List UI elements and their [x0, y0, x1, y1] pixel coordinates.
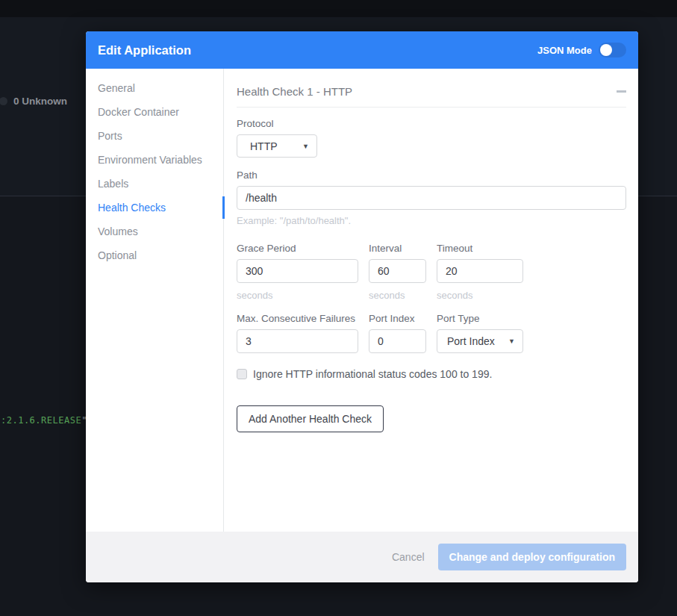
- modal-footer: Cancel Change and deploy configuration: [86, 532, 638, 582]
- sidebar-item-general[interactable]: General: [86, 76, 223, 100]
- sidebar-item-health-checks[interactable]: Health Checks: [86, 196, 223, 220]
- interval-input[interactable]: [369, 259, 426, 283]
- modal-sidebar: General Docker Container Ports Environme…: [86, 69, 224, 532]
- path-input[interactable]: [237, 186, 626, 210]
- sidebar-item-ports[interactable]: Ports: [86, 124, 223, 148]
- unknown-status-count: 0 Unknown: [13, 96, 67, 107]
- json-mode-label: JSON Mode: [537, 45, 592, 56]
- port-index-input[interactable]: [369, 329, 426, 353]
- max-failures-input[interactable]: [237, 329, 358, 353]
- port-type-label: Port Type: [437, 313, 523, 324]
- protocol-select-value: HTTP: [250, 140, 278, 152]
- code-release-token: :2.1.6.RELEASE: [1, 415, 81, 426]
- interval-help: seconds: [369, 290, 426, 301]
- max-failures-group: Max. Consecutive Failures: [237, 313, 358, 353]
- json-mode-toggle[interactable]: [599, 43, 626, 57]
- modal-title: Edit Application: [98, 43, 191, 57]
- timeout-help: seconds: [437, 290, 523, 301]
- background-top-strip: [0, 0, 677, 17]
- ignore-http-checkbox[interactable]: [237, 369, 247, 379]
- grace-period-group: Grace Period seconds: [237, 243, 358, 301]
- ignore-http-checkbox-row: Ignore HTTP informational status codes 1…: [237, 368, 626, 380]
- sidebar-item-environment-variables[interactable]: Environment Variables: [86, 148, 223, 172]
- port-fields-row: Max. Consecutive Failures Port Index Por…: [237, 313, 626, 353]
- collapse-minus-icon[interactable]: [617, 90, 626, 93]
- protocol-field-group: Protocol HTTP ▼: [237, 118, 626, 158]
- sidebar-item-labels[interactable]: Labels: [86, 172, 223, 196]
- grace-period-input[interactable]: [237, 259, 358, 283]
- protocol-label: Protocol: [237, 118, 626, 129]
- modal-header: Edit Application JSON Mode: [86, 31, 638, 69]
- interval-group: Interval seconds: [369, 243, 426, 301]
- grace-period-label: Grace Period: [237, 243, 358, 254]
- chevron-down-icon: ▼: [508, 337, 515, 345]
- timeout-input[interactable]: [437, 259, 523, 283]
- grace-period-help: seconds: [237, 290, 358, 301]
- port-type-select[interactable]: Port Index ▼: [437, 329, 523, 353]
- path-field-group: Path Example: "/path/to/health".: [237, 169, 626, 226]
- path-help-text: Example: "/path/to/health".: [237, 215, 626, 226]
- port-index-label: Port Index: [369, 313, 426, 324]
- edit-application-modal: Edit Application JSON Mode General Docke…: [86, 31, 638, 582]
- cancel-button[interactable]: Cancel: [392, 551, 425, 563]
- port-type-group: Port Type Port Index ▼: [437, 313, 523, 353]
- ignore-http-checkbox-label: Ignore HTTP informational status codes 1…: [253, 368, 492, 380]
- toggle-knob: [600, 44, 612, 56]
- add-health-check-button[interactable]: Add Another Health Check: [237, 405, 384, 432]
- interval-label: Interval: [369, 243, 426, 254]
- protocol-select[interactable]: HTTP ▼: [237, 134, 317, 158]
- port-type-select-value: Port Index: [447, 335, 495, 347]
- health-checks-panel: Health Check 1 - HTTP Protocol HTTP ▼ Pa…: [224, 69, 638, 532]
- path-label: Path: [237, 169, 626, 181]
- sidebar-item-docker-container[interactable]: Docker Container: [86, 100, 223, 124]
- port-index-group: Port Index: [369, 313, 426, 353]
- health-check-heading-row: Health Check 1 - HTTP: [237, 85, 626, 108]
- chevron-down-icon: ▼: [302, 143, 309, 150]
- health-check-heading: Health Check 1 - HTTP: [237, 85, 352, 98]
- sidebar-item-volumes[interactable]: Volumes: [86, 220, 223, 243]
- active-indicator-bar: [222, 196, 225, 219]
- modal-body: General Docker Container Ports Environme…: [86, 69, 638, 532]
- timeout-group: Timeout seconds: [437, 243, 523, 301]
- timing-fields-row: Grace Period seconds Interval seconds Ti…: [237, 243, 626, 301]
- sidebar-item-label: Health Checks: [98, 202, 166, 214]
- deploy-configuration-button[interactable]: Change and deploy configuration: [438, 544, 626, 570]
- timeout-label: Timeout: [437, 243, 523, 254]
- sidebar-item-optional[interactable]: Optional: [86, 243, 223, 267]
- background-code-line: :2.1.6.RELEASE",: [1, 415, 93, 426]
- max-failures-label: Max. Consecutive Failures: [237, 313, 358, 324]
